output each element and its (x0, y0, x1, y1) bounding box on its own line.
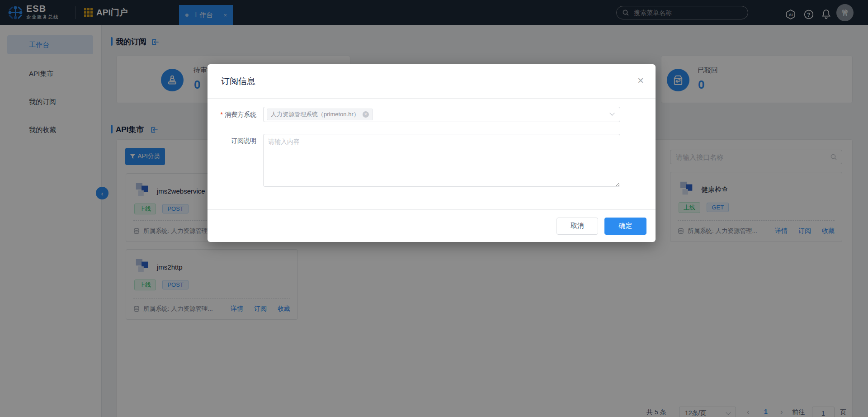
modal-header: 订阅信息 (208, 64, 656, 99)
cancel-button[interactable]: 取消 (557, 218, 598, 235)
subscription-description-textarea[interactable] (263, 134, 620, 187)
description-label: 订阅说明 (208, 137, 256, 145)
tag-remove-icon[interactable]: × (363, 111, 369, 118)
chevron-down-icon (609, 110, 614, 115)
selected-system-tag: 人力资源管理系统（primeton.hr） × (267, 109, 373, 120)
consumer-system-label: *消费方系统 (208, 111, 256, 119)
modal-close-icon[interactable]: × (637, 75, 644, 86)
modal-title: 订阅信息 (221, 76, 255, 87)
app-window: ESB 企业服务总线 API门户 工作台 × (0, 0, 868, 417)
modal-footer: 取消 确定 (208, 209, 656, 242)
selected-system-tag-label: 人力资源管理系统（primeton.hr） (271, 110, 359, 118)
required-asterisk: * (221, 111, 223, 118)
subscription-modal: 订阅信息 × *消费方系统 人力资源管理系统（primeton.hr） × 订阅… (208, 64, 656, 242)
consumer-system-select[interactable]: 人力资源管理系统（primeton.hr） × (263, 107, 620, 122)
confirm-button[interactable]: 确定 (604, 218, 646, 235)
